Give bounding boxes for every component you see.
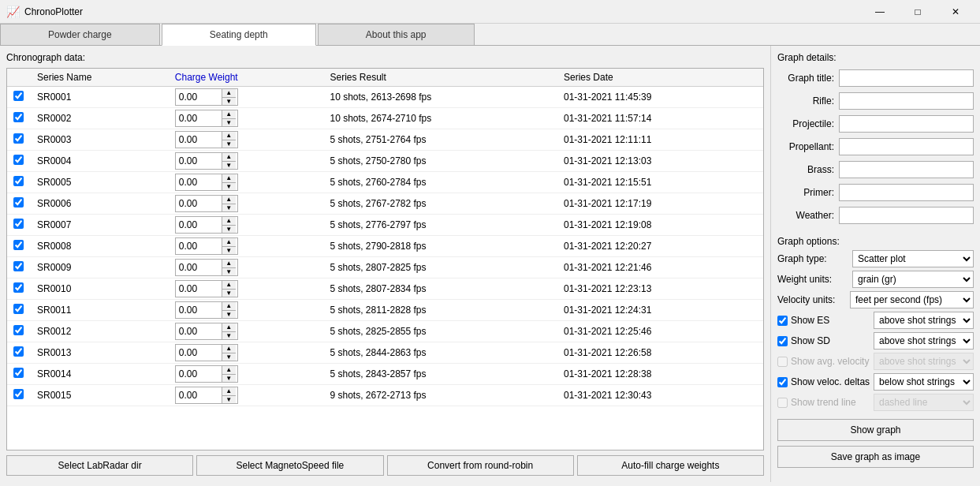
minimize-button[interactable]: — [862, 0, 898, 24]
labrador-button[interactable]: Select LabRadar dir [6, 455, 193, 476]
propellant-input[interactable] [839, 138, 974, 155]
weather-input[interactable] [839, 207, 974, 224]
show-es-position-select[interactable]: above shot strings below shot strings [874, 312, 974, 329]
spin-down-button[interactable]: ▼ [222, 290, 236, 297]
spin-up-button[interactable]: ▲ [222, 153, 236, 162]
charge-spinner[interactable]: ▲▼ [175, 301, 238, 319]
charge-input-14[interactable] [176, 387, 222, 403]
spin-up-button[interactable]: ▲ [222, 387, 236, 396]
roundrobin-button[interactable]: Convert from round-robin [387, 455, 574, 476]
spin-up-button[interactable]: ▲ [222, 260, 236, 268]
charge-spinner[interactable]: ▲▼ [175, 280, 238, 297]
charge-spinner[interactable]: ▲▼ [175, 152, 238, 170]
show-veloc-deltas-position-select[interactable]: above shot strings below shot strings [874, 373, 974, 391]
charge-input-9[interactable] [176, 281, 222, 297]
charge-input-5[interactable] [176, 196, 222, 211]
primer-input[interactable] [839, 184, 974, 201]
charge-input-8[interactable] [176, 260, 222, 275]
spin-down-button[interactable]: ▼ [222, 226, 236, 234]
spin-down-button[interactable]: ▼ [222, 332, 236, 340]
spin-down-button[interactable]: ▼ [222, 375, 236, 383]
tab-powder[interactable]: Powder charge [0, 24, 160, 45]
charge-spinner[interactable]: ▲▼ [175, 174, 238, 191]
spin-up-button[interactable]: ▲ [222, 174, 236, 183]
charge-spinner[interactable]: ▲▼ [175, 344, 238, 361]
show-veloc-deltas-checkbox[interactable] [777, 377, 788, 387]
data-table-container[interactable]: Series Name Charge Weight Series Result … [6, 68, 764, 450]
tab-about[interactable]: About this app [318, 24, 475, 45]
autofill-button[interactable]: Auto-fill charge weights [577, 455, 764, 476]
velocity-units-select[interactable]: feet per second (fps) meters per second … [850, 291, 974, 308]
spin-up-button[interactable]: ▲ [222, 196, 236, 204]
spin-up-button[interactable]: ▲ [222, 302, 236, 311]
spin-down-button[interactable]: ▼ [222, 98, 236, 106]
spin-down-button[interactable]: ▼ [222, 247, 236, 255]
show-avg-velocity-position-select[interactable]: above shot strings below shot strings [874, 353, 974, 370]
spin-up-button[interactable]: ▲ [222, 110, 236, 119]
row-0-checkbox[interactable] [13, 91, 24, 101]
spin-down-button[interactable]: ▼ [222, 396, 236, 404]
graph-type-select[interactable]: Scatter plot Bar chart Line chart [852, 250, 974, 267]
spin-up-button[interactable]: ▲ [222, 238, 236, 247]
spin-up-button[interactable]: ▲ [222, 323, 236, 332]
row-11-checkbox[interactable] [13, 325, 24, 335]
spin-up-button[interactable]: ▲ [222, 281, 236, 290]
charge-input-6[interactable] [176, 217, 222, 233]
spin-up-button[interactable]: ▲ [222, 89, 236, 98]
maximize-button[interactable]: □ [900, 0, 936, 24]
brass-input[interactable] [839, 161, 974, 178]
spin-down-button[interactable]: ▼ [222, 183, 236, 191]
spin-up-button[interactable]: ▲ [222, 345, 236, 353]
magnetospeed-button[interactable]: Select MagnetoSpeed file [196, 455, 383, 476]
spin-down-button[interactable]: ▼ [222, 140, 236, 148]
spin-down-button[interactable]: ▼ [222, 268, 236, 276]
charge-input-1[interactable] [176, 110, 222, 126]
charge-input-13[interactable] [176, 366, 222, 382]
show-trend-line-checkbox[interactable] [777, 398, 788, 408]
charge-spinner[interactable]: ▲▼ [175, 88, 238, 106]
row-9-checkbox[interactable] [13, 282, 24, 293]
row-8-checkbox[interactable] [13, 261, 24, 271]
row-5-checkbox[interactable] [13, 197, 24, 207]
row-2-checkbox[interactable] [13, 133, 24, 144]
charge-spinner[interactable]: ▲▼ [175, 195, 238, 212]
charge-input-11[interactable] [176, 323, 222, 339]
row-14-checkbox[interactable] [13, 389, 24, 399]
row-12-checkbox[interactable] [13, 346, 24, 357]
show-avg-velocity-checkbox[interactable] [777, 357, 788, 367]
graph-title-input[interactable] [839, 69, 974, 87]
charge-spinner[interactable]: ▲▼ [175, 131, 238, 148]
spin-down-button[interactable]: ▼ [222, 353, 236, 361]
charge-input-10[interactable] [176, 302, 222, 318]
charge-input-12[interactable] [176, 345, 222, 361]
charge-input-7[interactable] [176, 238, 222, 254]
spin-up-button[interactable]: ▲ [222, 366, 236, 375]
charge-spinner[interactable]: ▲▼ [175, 216, 238, 234]
spin-down-button[interactable]: ▼ [222, 162, 236, 170]
close-button[interactable]: ✕ [937, 0, 974, 24]
projectile-input[interactable] [839, 115, 974, 133]
row-13-checkbox[interactable] [13, 368, 24, 378]
tab-seating[interactable]: Seating depth [162, 24, 316, 46]
charge-spinner[interactable]: ▲▼ [175, 365, 238, 383]
charge-input-2[interactable] [176, 132, 222, 148]
spin-down-button[interactable]: ▼ [222, 119, 236, 127]
weight-units-select[interactable]: grain (gr) gram (g) [852, 271, 974, 288]
row-1-checkbox[interactable] [13, 112, 24, 122]
show-sd-position-select[interactable]: above shot strings below shot strings [874, 332, 974, 350]
charge-input-3[interactable] [176, 153, 222, 169]
show-sd-checkbox[interactable] [777, 336, 788, 346]
rifle-input[interactable] [839, 92, 974, 110]
charge-input-4[interactable] [176, 174, 222, 190]
charge-spinner[interactable]: ▲▼ [175, 259, 238, 276]
show-es-checkbox[interactable] [777, 316, 788, 326]
row-3-checkbox[interactable] [13, 155, 24, 165]
row-4-checkbox[interactable] [13, 176, 24, 186]
show-graph-button[interactable]: Show graph [777, 419, 974, 441]
spin-down-button[interactable]: ▼ [222, 311, 236, 319]
charge-spinner[interactable]: ▲▼ [175, 237, 238, 255]
charge-spinner[interactable]: ▲▼ [175, 387, 238, 404]
show-trend-line-position-select[interactable]: dashed line solid line [874, 394, 974, 411]
row-6-checkbox[interactable] [13, 219, 24, 229]
spin-up-button[interactable]: ▲ [222, 217, 236, 226]
